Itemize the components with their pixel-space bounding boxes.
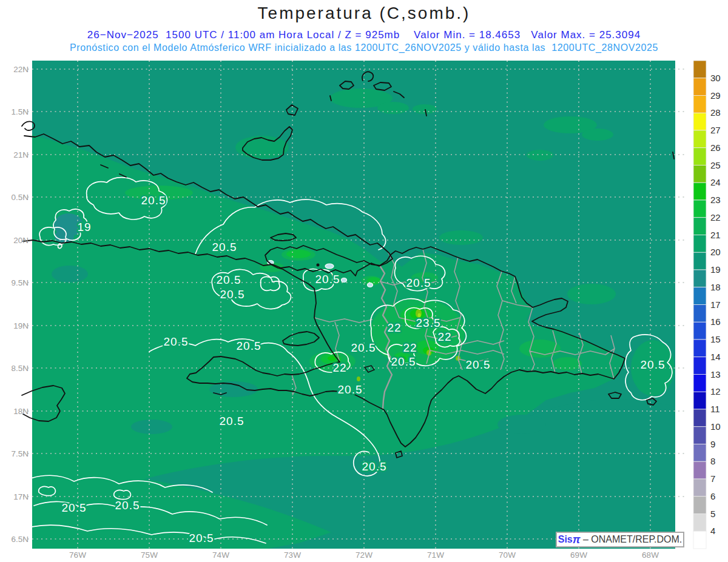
colorbar-segment — [693, 497, 706, 514]
colorbar-tick-label: 27 — [710, 125, 721, 135]
contour-label-22: 22 — [437, 330, 451, 343]
colorbar-tick-label: 4 — [710, 526, 715, 536]
lon-tick-label: 68W — [642, 550, 659, 560]
lat-tick-label: 7.5N — [11, 449, 29, 458]
forecast-map: 20.51920.520.520.520.520.52223.5222220.5… — [0, 0, 728, 562]
contour-label-20.5: 20.5 — [351, 341, 376, 354]
colorbar-tick-label: 14 — [710, 352, 721, 362]
colorbar-tick-label: 18 — [710, 282, 721, 292]
colorbar-tick-label: 12 — [710, 386, 721, 396]
contour-label-20.5: 20.5 — [391, 355, 416, 368]
colorbar-segment — [693, 322, 706, 340]
logo-sis: Sis — [558, 534, 573, 545]
colorbar-tick-label: 8 — [710, 456, 715, 466]
contour-label-22: 22 — [403, 341, 417, 354]
contour-label-20.5: 20.5 — [115, 499, 140, 512]
lat-tick-label: 20N — [13, 236, 29, 245]
colorbar-segment — [693, 96, 706, 113]
colorbar-tick-label: 7 — [710, 473, 715, 484]
colorbar-tick-label: 23 — [710, 195, 721, 205]
colorbar-segment — [693, 287, 706, 305]
contour-label-20.5: 20.5 — [466, 358, 491, 371]
contour-label-20.5: 20.5 — [220, 415, 244, 427]
colorbar-segment — [693, 444, 706, 462]
colorbar-tick-label: 22 — [710, 212, 721, 222]
sispi-onamet-logo: Sisπ – ONAMET/REP.DOM. — [556, 532, 684, 547]
contour-label-20.5: 20.5 — [62, 501, 87, 514]
colorbar-tick-label: 28 — [710, 107, 721, 118]
lat-tick-label: 17N — [13, 492, 29, 501]
colorbar-segment — [693, 61, 706, 78]
colorbar-segment — [693, 461, 706, 479]
contour-label-20.5: 20.5 — [315, 273, 340, 286]
colorbar-segment — [693, 218, 706, 235]
colorbar-segment — [693, 200, 706, 218]
colorbar-tick-label: 25 — [710, 160, 721, 170]
logo-pi-icon: π — [573, 534, 581, 546]
colorbar-segment — [693, 166, 706, 183]
contour-label-20.5: 20.5 — [189, 532, 214, 544]
lat-tick-label: 1.5N — [11, 107, 29, 116]
lon-tick-label: 74W — [212, 550, 229, 560]
contour-label-22: 22 — [387, 321, 401, 334]
lat-tick-label: 0.5N — [11, 193, 29, 202]
contour-label-20.5: 20.5 — [641, 358, 666, 371]
lat-tick-label: 6.5N — [11, 535, 29, 544]
colorbar-tick-label: 30 — [710, 73, 721, 83]
colorbar-segment — [693, 270, 706, 287]
colorbar-segment — [693, 252, 706, 270]
contour-label-20.5: 20.5 — [217, 273, 241, 286]
colorbar-segment — [693, 375, 706, 392]
lon-tick-label: 69W — [570, 550, 587, 560]
colorbar-tick-label: 24 — [710, 177, 721, 187]
lon-tick-label: 76W — [69, 550, 86, 560]
colorbar-tick-label: 21 — [710, 230, 721, 240]
contour-label-22: 22 — [332, 361, 346, 374]
colorbar-segment — [693, 409, 706, 427]
contour-label-19: 19 — [77, 221, 91, 233]
contour-label-20.5: 20.5 — [220, 288, 245, 301]
lon-tick-label: 72W — [356, 550, 372, 560]
colorbar-tick-label: 13 — [710, 369, 721, 380]
lat-tick-label: 19N — [13, 321, 29, 330]
colorbar-tick-label: 20 — [710, 247, 721, 257]
colorbar-segment — [693, 148, 706, 166]
colorbar-segment — [693, 427, 706, 444]
colorbar-segment — [693, 305, 706, 323]
lon-tick-label: 70W — [499, 550, 516, 560]
contour-label-20.5: 20.5 — [212, 241, 237, 253]
contour-label-20.5: 20.5 — [237, 340, 261, 352]
colorbar-segment — [693, 78, 706, 96]
colorbar-tick-label: 29 — [710, 90, 721, 101]
colorbar-segment — [693, 531, 706, 549]
colorbar-segment — [693, 182, 706, 200]
lon-tick-label: 75W — [141, 550, 158, 560]
colorbar-tick-label: 17 — [710, 299, 721, 310]
colorbar-tick-label: 10 — [710, 421, 721, 432]
colorbar-segment — [693, 514, 706, 532]
lat-tick-label: 21N — [13, 150, 29, 159]
colorbar-tick-label: 5 — [710, 509, 715, 519]
colorbar-tick-label: 9 — [710, 439, 715, 449]
colorbar-tick-label: 16 — [710, 316, 721, 327]
lat-tick-label: 9.5N — [11, 278, 29, 287]
contour-label-20.5: 20.5 — [141, 194, 166, 207]
contour-label-20.5: 20.5 — [362, 460, 387, 473]
lat-tick-label: 18N — [13, 407, 29, 416]
colorbar-tick-label: 11 — [710, 404, 720, 414]
colorbar-segment — [693, 235, 706, 253]
colorbar-segment — [693, 357, 706, 375]
colorbar-segment — [693, 113, 706, 130]
lat-tick-label: 8.5N — [11, 364, 29, 373]
colorbar-tick-label: 6 — [710, 491, 715, 501]
lon-tick-label: 71W — [427, 550, 444, 560]
colorbar: 3029282726252423222120191817161514131211… — [693, 61, 721, 549]
contour-label-20.5: 20.5 — [406, 276, 431, 289]
logo-text: – ONAMET/REP.DOM. — [581, 534, 682, 545]
colorbar-tick-label: 19 — [710, 264, 721, 275]
colorbar-segment — [693, 130, 706, 148]
colorbar-segment — [693, 479, 706, 497]
contour-label-20.5: 20.5 — [164, 335, 189, 348]
colorbar-segment — [693, 340, 706, 357]
colorbar-tick-label: 15 — [710, 334, 721, 344]
